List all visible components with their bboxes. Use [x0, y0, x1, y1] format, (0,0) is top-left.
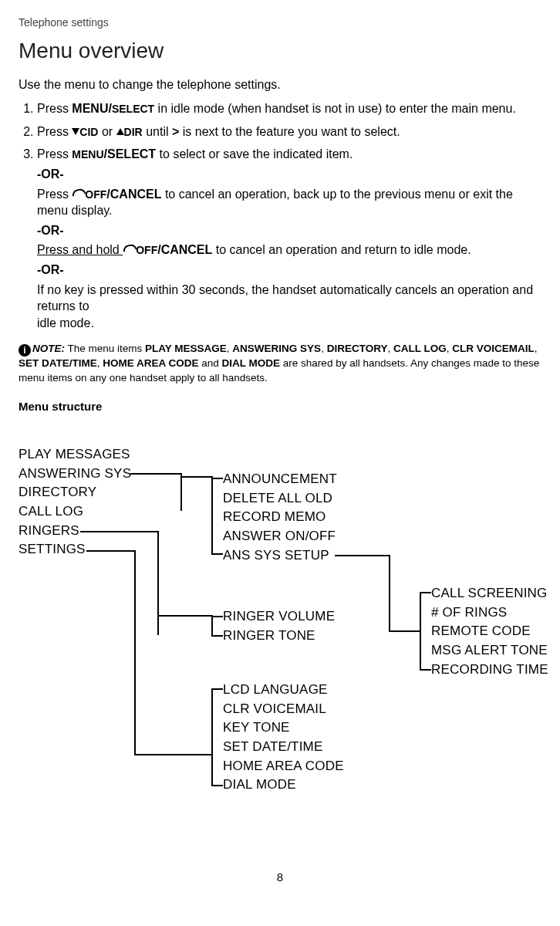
step-1: Press MENU/SELECT in idle mode (when han…: [37, 100, 541, 117]
connector: [420, 669, 431, 671]
text: Press: [37, 147, 72, 161]
phone-icon: [123, 245, 135, 254]
answering-col: ANNOUNCEMENT DELETE ALL OLD RECORD MEMO …: [223, 470, 337, 565]
text: to select or save the indicated item.: [156, 147, 353, 161]
text: ,: [321, 343, 327, 354]
connector: [211, 688, 213, 786]
text: ,: [387, 343, 393, 354]
menu-label: MENU: [72, 148, 103, 161]
connector: [157, 531, 159, 635]
sys-setup-col: CALL SCREENING # OF RINGS REMOTE CODE MS…: [431, 584, 548, 679]
text: SET DATE/TIME: [19, 357, 97, 369]
text: CALL LOG: [393, 343, 447, 354]
menu-item: CALL LOG: [19, 502, 131, 522]
text: Press: [37, 125, 72, 138]
main-menu-col: PLAY MESSAGES ANSWERING SYS DIRECTORY CA…: [19, 445, 131, 559]
connector: [211, 785, 223, 786]
text: and: [199, 357, 222, 369]
info-icon: i: [19, 344, 31, 357]
cid-label: CID: [79, 126, 98, 138]
connector: [180, 476, 211, 478]
idle-note: If no key is pressed within 30 seconds, …: [37, 282, 541, 315]
connector: [80, 531, 157, 532]
menu-item: ANS SYS SETUP: [223, 546, 337, 566]
breadcrumb: Telephone settings: [19, 15, 541, 30]
menu-item: CLR VOICEMAIL: [223, 700, 344, 719]
menu-item: RECORD MEMO: [223, 508, 337, 527]
menu-structure-heading: Menu structure: [19, 399, 541, 414]
text: to cancel an operation and return to idl…: [212, 243, 471, 256]
text: ,: [535, 343, 538, 354]
text: Press: [37, 188, 72, 201]
connector: [211, 635, 223, 637]
cancel-label: /CANCEL: [106, 188, 161, 201]
menu-tree-diagram: PLAY MESSAGES ANSWERING SYS DIRECTORY CA…: [19, 430, 541, 862]
text: The menu items: [65, 343, 145, 354]
note-block: iNOTE: The menu items PLAY MESSAGE, ANSW…: [19, 342, 541, 384]
or-separator: -OR-: [37, 222, 541, 239]
text: CLR VOICEMAIL: [452, 343, 535, 354]
connector: [134, 754, 211, 755]
text: until: [143, 125, 172, 138]
menu-item: CALL SCREENING: [431, 584, 548, 603]
connector: [420, 592, 431, 593]
menu-item: LCD LANGUAGE: [223, 681, 344, 700]
select-label: /SELECT: [104, 147, 157, 161]
note-label: NOTE:: [32, 343, 65, 354]
step-2: Press CID or DIR until > is next to the …: [37, 123, 541, 140]
menu-item: MSG ALERT TONE: [431, 641, 548, 661]
connector: [335, 555, 389, 556]
dir-label: DIR: [124, 126, 143, 138]
menu-item: DIAL MODE: [223, 776, 344, 795]
page-title: Menu overview: [19, 36, 541, 66]
connector: [130, 473, 180, 475]
menu-item: HOME AREA CODE: [223, 757, 344, 776]
cancel-label: /CANCEL: [157, 243, 212, 256]
menu-item: RECORDING TIME: [431, 661, 548, 680]
text: is next to the feature you want to selec…: [179, 125, 400, 138]
or-separator: -OR-: [37, 262, 541, 279]
menu-item: ANSWERING SYS: [19, 465, 131, 484]
settings-col: LCD LANGUAGE CLR VOICEMAIL KEY TONE SET …: [223, 681, 344, 795]
connector: [86, 550, 134, 552]
connector: [211, 688, 223, 690]
menu-item: PLAY MESSAGES: [19, 445, 131, 465]
text: DIAL MODE: [222, 357, 281, 369]
menu-item: DELETE ALL OLD: [223, 489, 337, 509]
text: Press and hold: [37, 243, 123, 256]
menu-label: MENU/: [72, 102, 112, 115]
up-arrow-icon: [116, 128, 124, 135]
connector: [157, 615, 211, 617]
connector: [211, 616, 223, 617]
text: in idle mode (when handset is not in use…: [154, 102, 516, 115]
connector: [211, 476, 213, 553]
menu-item: # OF RINGS: [431, 603, 548, 623]
connector: [180, 473, 182, 511]
text: HOME AREA CODE: [103, 357, 198, 369]
connector: [211, 615, 213, 635]
idle-note-2: idle mode.: [37, 315, 541, 332]
text: PLAY MESSAGE: [145, 343, 227, 354]
connector: [211, 553, 223, 555]
or-separator: -OR-: [37, 166, 541, 183]
off-label: OFF: [136, 244, 157, 256]
menu-item: RINGER TONE: [223, 627, 335, 646]
intro-text: Use the menu to change the telephone set…: [19, 76, 541, 93]
connector: [134, 550, 136, 754]
select-label: SELECT: [112, 103, 154, 115]
menu-item: ANSWER ON/OFF: [223, 527, 337, 546]
text: ANSWERING SYS: [232, 343, 321, 354]
phone-icon: [72, 189, 84, 198]
connector: [389, 630, 420, 632]
greater-than: >: [172, 125, 179, 138]
step-3: Press MENU/SELECT to select or save the …: [37, 146, 541, 331]
menu-item: SET DATE/TIME: [223, 738, 344, 757]
connector: [389, 555, 390, 630]
menu-item: REMOTE CODE: [431, 622, 548, 641]
menu-item: DIRECTORY: [19, 483, 131, 502]
text: Press: [37, 102, 72, 115]
page-number: 8: [19, 870, 541, 885]
text: or: [98, 125, 116, 138]
menu-item: KEY TONE: [223, 718, 344, 738]
menu-item: ANNOUNCEMENT: [223, 470, 337, 489]
